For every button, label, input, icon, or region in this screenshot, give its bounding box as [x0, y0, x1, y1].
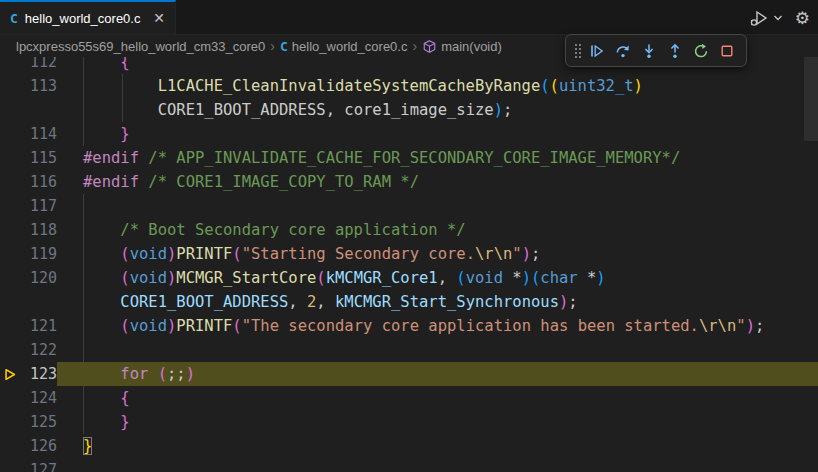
code-token: ;	[568, 293, 577, 311]
line-number: 126	[20, 434, 57, 458]
code-token: (	[120, 317, 129, 335]
breadcrumb-separator: ›	[270, 38, 275, 54]
code-token: (	[120, 245, 129, 263]
code-line[interactable]: 119 (void)PRINTF("Starting Secondary cor…	[0, 242, 818, 266]
indent-guide	[83, 74, 84, 98]
code-line[interactable]: 118 /* Boot Secondary core application *…	[0, 218, 818, 242]
code-text: (void)MCMGR_StartCore(kMCMGR_Core1, (voi…	[57, 266, 818, 290]
code-line[interactable]: 126}	[0, 434, 818, 458]
glyph-margin[interactable]	[0, 170, 20, 194]
glyph-margin[interactable]	[0, 458, 20, 472]
debug-toolbar	[565, 34, 747, 67]
code-line[interactable]: 125 }	[0, 410, 818, 434]
line-number: 115	[20, 146, 57, 170]
stop-button[interactable]	[714, 38, 740, 64]
code-text: CORE1_BOOT_ADDRESS, core1_image_size);	[57, 98, 818, 122]
glyph-margin[interactable]	[0, 74, 20, 98]
gear-icon[interactable]: ⚙	[795, 8, 810, 28]
line-number: 118	[20, 218, 57, 242]
code-line[interactable]: 124 {	[0, 386, 818, 410]
line-number: 125	[20, 410, 57, 434]
code-line[interactable]: 117	[0, 194, 818, 218]
step-into-button[interactable]	[636, 38, 662, 64]
glyph-margin[interactable]	[0, 386, 20, 410]
code-token: )	[167, 245, 176, 263]
code-editor[interactable]: 112 {113 L1CACHE_CleanInvalidateSystemCa…	[0, 57, 818, 472]
code-token: (	[531, 269, 540, 287]
line-number: 114	[20, 122, 57, 146]
code-line[interactable]: 116#endif /* CORE1_IMAGE_COPY_TO_RAM */	[0, 170, 818, 194]
run-or-debug-button[interactable]	[749, 8, 783, 28]
breadcrumb-item[interactable]: Chello_world_core0.c	[280, 39, 407, 54]
code-token: }	[120, 125, 129, 143]
code-token	[83, 269, 120, 287]
code-token: ;	[755, 317, 764, 335]
editor-actions: ⚙	[749, 0, 810, 35]
code-text: for (;;)	[57, 362, 818, 386]
continue-button[interactable]	[584, 38, 610, 64]
breadcrumb-item[interactable]: lpcxpresso55s69_hello_world_cm33_core0	[16, 39, 265, 54]
code-text: (void)PRINTF("The secondary core applica…	[57, 314, 818, 338]
breadcrumb-label: lpcxpresso55s69_hello_world_cm33_core0	[16, 39, 265, 54]
code-token	[83, 57, 120, 71]
code-line[interactable]: 122	[0, 338, 818, 362]
code-token: )	[186, 365, 195, 383]
line-number: 123	[20, 362, 57, 386]
glyph-margin[interactable]	[0, 266, 20, 290]
code-text	[57, 458, 818, 472]
step-over-button[interactable]	[610, 38, 636, 64]
breadcrumb-label: hello_world_core0.c	[292, 39, 408, 54]
code-text	[57, 194, 818, 218]
code-token	[83, 101, 158, 119]
code-token	[83, 77, 158, 95]
code-line[interactable]: CORE1_BOOT_ADDRESS, core1_image_size);	[0, 98, 818, 122]
code-line[interactable]: 127	[0, 458, 818, 472]
code-token: /* APP_INVALIDATE_CACHE_FOR_SECONDARY_CO…	[148, 149, 680, 167]
code-line[interactable]: 113 L1CACHE_CleanInvalidateSystemCacheBy…	[0, 74, 818, 98]
code-line[interactable]: 123 for (;;)	[0, 362, 818, 386]
code-text	[57, 338, 818, 362]
code-line[interactable]: 114 }	[0, 122, 818, 146]
step-out-button[interactable]	[662, 38, 688, 64]
indent-guide	[83, 410, 84, 434]
glyph-margin[interactable]	[0, 194, 20, 218]
code-token: (	[158, 365, 167, 383]
indent-guide	[83, 57, 84, 74]
glyph-margin[interactable]	[0, 122, 20, 146]
glyph-margin[interactable]	[0, 146, 20, 170]
code-line[interactable]: 121 (void)PRINTF("The secondary core app…	[0, 314, 818, 338]
code-text: /* Boot Secondary core application */	[57, 218, 818, 242]
glyph-margin[interactable]	[0, 314, 20, 338]
glyph-margin[interactable]	[0, 218, 20, 242]
code-token: void	[466, 269, 503, 287]
vertical-scrollbar[interactable]	[804, 57, 818, 141]
glyph-margin[interactable]	[0, 242, 20, 266]
tab-hello-world-core0[interactable]: C hello_world_core0.c ✕	[0, 0, 176, 34]
code-token	[83, 293, 120, 311]
drag-gripper[interactable]	[572, 43, 584, 59]
code-text: L1CACHE_CleanInvalidateSystemCacheByRang…	[57, 74, 818, 98]
code-token: ,	[316, 293, 335, 311]
glyph-margin[interactable]	[0, 98, 20, 122]
glyph-margin[interactable]	[0, 434, 20, 458]
code-token: *	[503, 269, 522, 287]
indent-guide	[83, 218, 84, 242]
code-token	[83, 317, 120, 335]
glyph-margin[interactable]	[0, 290, 20, 314]
breadcrumb-item[interactable]: main(void)	[422, 39, 502, 54]
code-token: CORE1_BOOT_ADDRESS	[120, 293, 288, 311]
close-icon[interactable]: ✕	[153, 11, 165, 25]
code-line[interactable]: 120 (void)MCMGR_StartCore(kMCMGR_Core1, …	[0, 266, 818, 290]
code-line[interactable]: CORE1_BOOT_ADDRESS, 2, kMCMGR_Start_Sync…	[0, 290, 818, 314]
line-number: 121	[20, 314, 57, 338]
glyph-margin[interactable]	[0, 338, 20, 362]
glyph-margin[interactable]	[0, 410, 20, 434]
indent-guide	[83, 194, 84, 218]
glyph-margin[interactable]	[0, 57, 20, 74]
restart-button[interactable]	[688, 38, 714, 64]
code-line[interactable]: 115#endif /* APP_INVALIDATE_CACHE_FOR_SE…	[0, 146, 818, 170]
code-token: #endif	[83, 149, 139, 167]
code-text: {	[57, 386, 818, 410]
indent-guide	[83, 98, 84, 122]
debug-current-line-arrow-icon[interactable]	[0, 362, 20, 386]
